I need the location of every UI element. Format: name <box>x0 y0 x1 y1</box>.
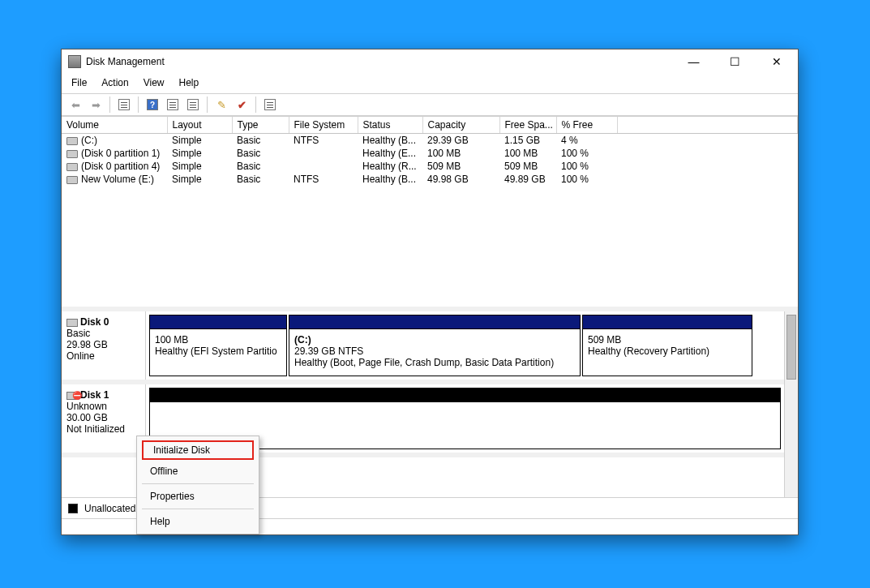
menu-help[interactable]: Help <box>178 75 201 90</box>
menubar: File Action View Help <box>62 74 798 93</box>
table-row[interactable]: (C:)SimpleBasicNTFSHealthy (B...29.39 GB… <box>62 134 798 148</box>
partition-stripe <box>583 315 752 328</box>
table-header-row[interactable]: Volume Layout Type File System Status Ca… <box>62 117 798 134</box>
partition-stripe <box>150 315 286 328</box>
unallocated-swatch <box>68 504 78 513</box>
col-pctfree[interactable]: % Free <box>556 117 617 134</box>
col-capacity[interactable]: Capacity <box>422 117 499 134</box>
col-layout[interactable]: Layout <box>167 117 232 134</box>
volume-table[interactable]: Volume Layout Type File System Status Ca… <box>62 117 798 186</box>
refresh-button[interactable]: ✎ <box>212 96 230 114</box>
menu-separator <box>142 483 254 484</box>
app-icon <box>68 55 81 68</box>
scrollbar-thumb[interactable] <box>786 315 796 380</box>
disk-info[interactable]: Disk 0Basic29.98 GBOnline <box>62 311 146 380</box>
disk-icon <box>66 392 78 400</box>
table-row[interactable]: (Disk 0 partition 4)SimpleBasicHealthy (… <box>62 160 798 173</box>
partition-stripe <box>289 315 580 328</box>
forward-button[interactable]: ➡ <box>87 96 105 114</box>
partition[interactable]: 100 MBHealthy (EFI System Partitio <box>149 315 287 376</box>
legend-unallocated: Unallocated <box>84 503 135 514</box>
validate-button[interactable]: ✔ <box>233 96 251 114</box>
col-status[interactable]: Status <box>358 117 422 134</box>
drive-icon <box>66 150 78 158</box>
partition[interactable]: 509 MBHealthy (Recovery Partition) <box>582 315 752 376</box>
window-title: Disk Management <box>86 56 165 67</box>
table-row[interactable]: (Disk 0 partition 1)SimpleBasicHealthy (… <box>62 147 798 160</box>
help-button[interactable]: ? <box>144 96 161 114</box>
table-row[interactable]: New Volume (E:)SimpleBasicNTFSHealthy (B… <box>62 173 798 186</box>
volume-list-pane: Volume Layout Type File System Status Ca… <box>62 117 798 311</box>
drive-icon <box>66 176 78 184</box>
context-menu[interactable]: Initialize DiskOfflinePropertiesHelp <box>136 436 259 534</box>
settings-button[interactable] <box>164 96 182 114</box>
context-menu-item[interactable]: Initialize Disk <box>142 440 254 460</box>
context-menu-item[interactable]: Help <box>139 512 257 531</box>
context-menu-item[interactable]: Offline <box>139 461 257 481</box>
vertical-scrollbar[interactable] <box>784 311 798 497</box>
partition[interactable]: (C:)29.39 GB NTFSHealthy (Boot, Page Fil… <box>289 315 581 376</box>
col-volume[interactable]: Volume <box>62 117 167 134</box>
toolbar: ⬅ ➡ ? ✎ ✔ <box>62 93 798 116</box>
disk-info[interactable]: Disk 1Unknown30.00 GBNot Initialized <box>62 384 146 453</box>
col-filesystem[interactable]: File System <box>289 117 358 134</box>
drive-icon <box>66 163 78 171</box>
minimize-button[interactable]: — <box>675 50 712 73</box>
titlebar[interactable]: Disk Management — ☐ ✕ <box>62 49 798 74</box>
col-type[interactable]: Type <box>232 117 289 134</box>
drive-icon <box>66 137 78 145</box>
menu-action[interactable]: Action <box>100 75 130 90</box>
disk-icon <box>66 319 78 327</box>
context-menu-item[interactable]: Properties <box>139 487 257 506</box>
extra-button[interactable] <box>261 96 279 114</box>
menu-view[interactable]: View <box>142 75 166 90</box>
disk-row[interactable]: Disk 0Basic29.98 GBOnline100 MBHealthy (… <box>62 311 784 384</box>
show-hide-pane-button[interactable] <box>115 96 133 114</box>
col-freespace[interactable]: Free Spa... <box>499 117 556 134</box>
close-button[interactable]: ✕ <box>758 50 795 73</box>
maximize-button[interactable]: ☐ <box>717 50 753 73</box>
menu-separator <box>142 509 254 509</box>
menu-file[interactable]: File <box>70 75 88 90</box>
back-button[interactable]: ⬅ <box>66 96 84 114</box>
partition-stripe <box>150 388 780 401</box>
list-view-button[interactable] <box>184 96 202 114</box>
